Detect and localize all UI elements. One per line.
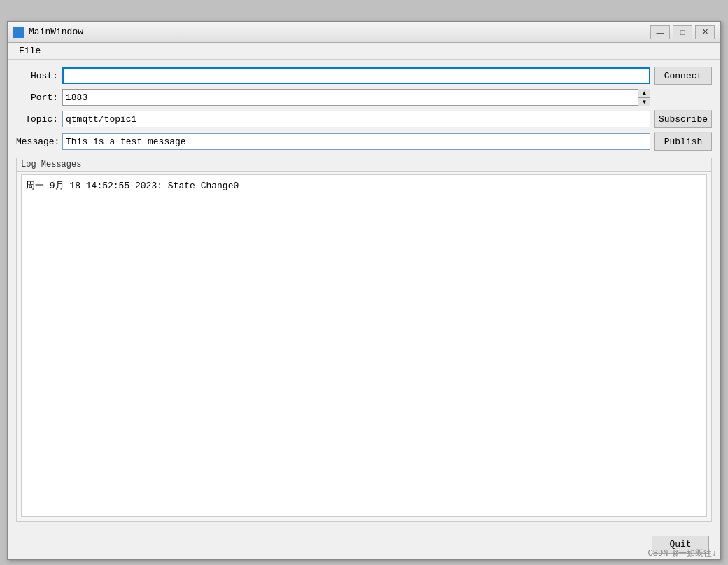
title-bar-buttons: — □ ✕ xyxy=(650,25,715,39)
title-bar: MainWindow — □ ✕ xyxy=(8,22,720,43)
window-icon xyxy=(13,27,24,38)
topic-row: Topic: Subscribe xyxy=(16,110,712,128)
message-label: Message: xyxy=(16,137,58,147)
port-row: Port: ▲ ▼ xyxy=(16,89,712,106)
menu-file[interactable]: File xyxy=(13,44,46,57)
window-title: MainWindow xyxy=(29,27,650,37)
message-row: Message: Publish xyxy=(16,132,712,151)
log-body: 周一 9月 18 14:52:55 2023: State Change0 xyxy=(21,174,707,517)
main-content: Host: Connect Port: ▲ ▼ Topic: Subscribe xyxy=(8,60,720,529)
watermark: CSDN @一如既往↓ xyxy=(648,547,717,559)
host-input[interactable] xyxy=(62,67,650,84)
close-button[interactable]: ✕ xyxy=(695,25,715,39)
publish-button[interactable]: Publish xyxy=(654,132,712,151)
subscribe-button[interactable]: Subscribe xyxy=(654,110,712,128)
menu-bar: File xyxy=(8,43,720,60)
connect-button[interactable]: Connect xyxy=(654,67,712,85)
port-spin-down[interactable]: ▼ xyxy=(638,98,650,106)
port-spinners: ▲ ▼ xyxy=(638,89,650,106)
topic-input[interactable] xyxy=(62,111,650,127)
maximize-button[interactable]: □ xyxy=(673,25,692,39)
port-spin-up[interactable]: ▲ xyxy=(638,89,650,98)
log-header: Log Messages xyxy=(17,158,711,172)
host-row: Host: Connect xyxy=(16,67,712,85)
log-section: Log Messages 周一 9月 18 14:52:55 2023: Sta… xyxy=(16,158,712,522)
minimize-button[interactable]: — xyxy=(650,25,670,39)
topic-label: Topic: xyxy=(16,114,58,125)
log-entry-0: 周一 9月 18 14:52:55 2023: State Change0 xyxy=(26,179,702,192)
main-window: MainWindow — □ ✕ File Host: Connect Port… xyxy=(7,21,721,560)
port-label: Port: xyxy=(16,92,58,103)
port-input[interactable] xyxy=(62,89,650,106)
bottom-bar: Quit xyxy=(8,529,720,559)
port-wrapper: ▲ ▼ xyxy=(62,89,650,106)
message-input[interactable] xyxy=(62,133,650,150)
host-label: Host: xyxy=(16,71,58,81)
